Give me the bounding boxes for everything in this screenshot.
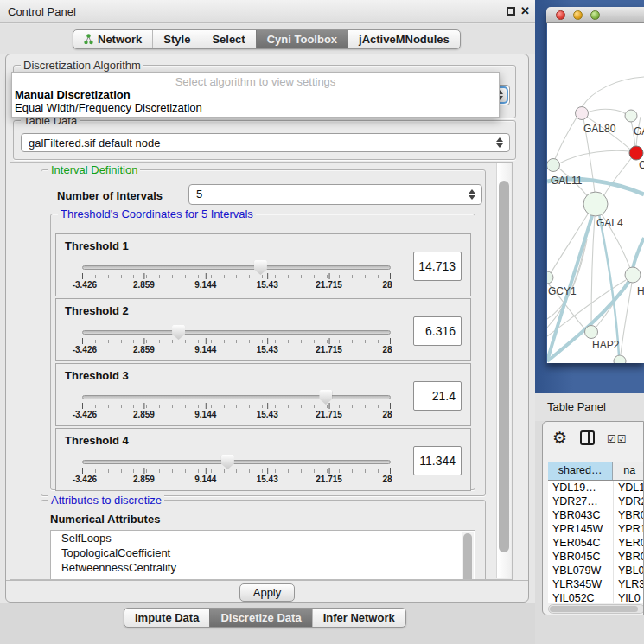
slider-ticks [82,468,391,474]
tick-label: 15.43 [257,280,278,290]
node-right-h[interactable] [625,267,641,283]
dropdown-option-equal-width-frequency[interactable]: Equal Width/Frequency Discretization [12,101,499,114]
table-row[interactable]: YER054C YER0 [548,536,644,550]
apply-button[interactable]: Apply [239,583,295,602]
threshold-2-panel: Threshold 2 -3.426 2.859 9.144 15.43 21.… [55,298,471,361]
number-of-intervals-label: Number of Intervals [57,189,163,202]
table-row[interactable]: YIL052C YIL0 [548,591,644,603]
tick-label: -3.426 [73,280,97,290]
tick-label: 21.715 [316,475,342,484]
attributes-group: Attributes to discretize Numerical Attri… [41,500,486,580]
tick-label: 28 [383,410,392,419]
node-label-h: H [637,285,644,297]
number-of-intervals-combobox[interactable]: 5 [188,184,482,205]
threshold-3-value-field[interactable]: 21.4 [413,381,462,411]
tab-style[interactable]: Style [152,30,201,48]
scrollbar-thumb[interactable] [463,533,472,580]
threshold-1-slider[interactable] [82,265,391,270]
table-row[interactable]: YDR27… YDR2 [548,494,644,508]
tick-label: 9.144 [194,345,216,354]
tick-label: 21.715 [316,280,342,290]
threshold-2-slider[interactable] [82,330,391,335]
node-gal80[interactable] [576,107,589,120]
number-of-intervals-value: 5 [196,188,202,201]
list-scrollbar[interactable] [462,532,474,580]
columns-icon[interactable] [580,430,595,445]
dropdown-option-manual-discretization[interactable]: Manual Discretization [12,88,499,101]
table-data-combobox[interactable]: galFiltered.sif default node [21,133,510,152]
table-row[interactable]: YBL079W YBL0 [548,564,644,577]
table-row[interactable]: YDL19… YDL1 [548,481,644,494]
tick-label: 15.43 [257,410,278,419]
node-gal4[interactable] [583,192,608,216]
algorithm-dropdown-popup: Select algorithm to view settings Manual… [11,72,500,118]
tab-cyni-toolbox[interactable]: Cyni Toolbox [256,30,348,48]
tab-jactivemnodules[interactable]: jActiveMNodules [348,30,460,48]
tick-label: -3.426 [73,410,97,419]
network-view-window: GAL80 GA C GAL11 GAL4 GCY1 H HAP2 [546,7,644,363]
scrollbar-thumb[interactable] [550,606,638,612]
threshold-3-slider[interactable] [82,395,391,399]
node-table: shared… na YDL19… YDL1 YDR27… YDR2 YBR04… [548,462,644,603]
scrollbar-thumb[interactable] [499,181,509,552]
network-icon [84,34,93,45]
node-label-gal80: GAL80 [583,123,616,135]
network-canvas[interactable]: GAL80 GA C GAL11 GAL4 GCY1 H HAP2 [547,23,644,363]
top-tab-bar: Network Style Select Cyni Toolbox jActiv… [0,24,535,54]
tick-label: 9.144 [194,475,216,484]
panel-title: Control Panel [8,5,76,18]
threshold-1-panel: Threshold 1 -3.426 2.859 9.144 15.43 21.… [55,233,471,296]
node-label-hap2: HAP2 [592,339,620,351]
tick-label: 2.859 [133,345,155,354]
tab-discretize-data[interactable]: Discretize Data [209,609,311,627]
table-row[interactable]: YBR045C YBR0 [548,550,644,564]
minimize-traffic-light[interactable] [573,10,583,20]
threshold-4-value-field[interactable]: 11.344 [413,446,462,475]
threshold-4-slider[interactable] [82,460,391,464]
horizontal-scrollbar[interactable] [548,604,644,614]
zoom-traffic-light[interactable] [590,10,600,20]
apply-row: Apply [6,580,528,602]
gear-icon[interactable]: ⚙ [552,428,567,448]
control-panel: Control Panel ✕ Network [0,0,535,644]
network-window-titlebar[interactable] [546,7,644,23]
application-window: Control Panel ✕ Network [0,0,644,644]
threshold-1-value-field[interactable]: 14.713 [413,252,462,281]
node-gal11[interactable] [547,159,560,172]
list-item-topologicalcoefficient[interactable]: TopologicalCoefficient [51,545,475,560]
list-item-betweennesscentrality[interactable]: BetweennessCentrality [51,560,475,575]
table-row[interactable]: YBR043C YBR0 [548,508,644,522]
close-icon[interactable]: ✕ [520,4,530,17]
node-red-selected[interactable] [629,146,643,160]
bottom-tab-group: Impute Data Discretize Data Infer Networ… [124,608,406,628]
tab-infer-network[interactable]: Infer Network [312,609,405,627]
node-hap2[interactable] [585,326,598,339]
table-row[interactable]: YLR345W YLR3 [548,577,644,591]
tab-impute-data[interactable]: Impute Data [124,609,209,627]
tab-network[interactable]: Network [73,30,152,48]
node-label-gal11: GAL11 [551,175,583,187]
table-panel-title: Table Panel [547,400,606,413]
list-item-selfloops[interactable]: SelfLoops [51,531,475,545]
tick-label: 28 [383,280,392,290]
close-traffic-light[interactable] [556,10,565,20]
threshold-2-value-field[interactable]: 6.316 [413,316,462,346]
tab-select[interactable]: Select [201,30,255,48]
node-gcy1[interactable] [547,271,553,284]
column-header-name[interactable]: na [613,462,644,480]
tab-network-label: Network [98,33,142,46]
vertical-scrollbar[interactable] [496,163,511,578]
node-top-right[interactable] [625,110,637,122]
slider-ticks [82,403,391,409]
interval-definition-group: Interval Definition Number of Intervals … [41,169,486,496]
tick-label: 9.144 [194,280,216,290]
table-row[interactable]: YPR145W YPR1 [548,522,644,536]
tick-label: 2.859 [133,475,155,484]
table-data-group: Table Data galFiltered.sif default node [13,120,516,160]
dropdown-placeholder: Select algorithm to view settings [12,75,499,88]
column-header-shared-name[interactable]: shared… [548,462,613,480]
checkbox-icons[interactable]: ☑☑ [607,433,628,445]
stepper-arrows-icon [496,137,503,148]
float-window-icon[interactable] [507,7,515,16]
node-bottom[interactable] [614,355,626,363]
